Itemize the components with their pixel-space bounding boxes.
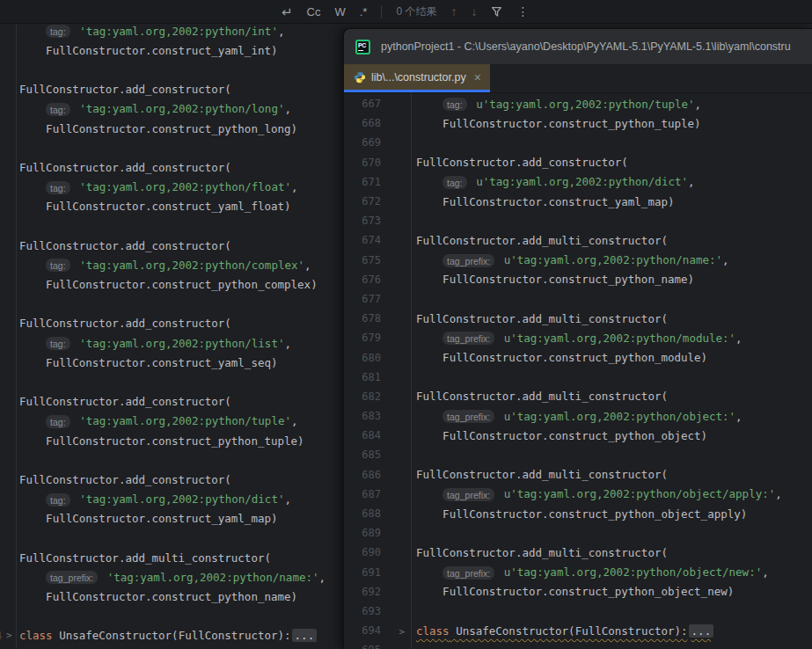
folded-region[interactable]: ... <box>292 629 318 642</box>
code-line[interactable]: 676 FullConstructor.construct_python_nam… <box>344 270 812 289</box>
code-line[interactable]: FullConstructor.add_constructor( <box>0 157 343 177</box>
editor-code-area[interactable]: 667 tag: u'tag:yaml.org,2002:python/tupl… <box>344 92 812 649</box>
inlay-hint[interactable]: tag: <box>46 415 70 428</box>
code-line[interactable]: 693 <box>344 602 812 621</box>
line-number[interactable]: 693 <box>344 605 381 617</box>
code-line[interactable]: 672 FullConstructor.construct_yaml_map) <box>344 192 812 211</box>
filter-icon[interactable] <box>491 6 502 18</box>
inlay-hint[interactable]: tag_prefix: <box>443 488 494 501</box>
code-line[interactable]: tag: 'tag:yaml.org,2002:python/complex', <box>0 255 343 274</box>
line-number[interactable]: 688 <box>344 507 381 520</box>
code-line[interactable]: tag: 'tag:yaml.org,2002:python/tuple', <box>0 412 343 431</box>
next-occurrence-icon[interactable]: ↓ <box>471 4 477 18</box>
code-line[interactable]: 671 tag: u'tag:yaml.org,2002:python/dict… <box>344 172 812 192</box>
inlay-hint[interactable]: tag: <box>46 181 70 194</box>
fold-arrow-icon[interactable]: > <box>6 630 12 641</box>
inlay-hint[interactable]: tag_prefix: <box>443 254 494 267</box>
code-line[interactable]: 691 tag_prefix: u'tag:yaml.org,2002:pyth… <box>344 563 812 582</box>
code-line[interactable] <box>0 450 343 470</box>
code-line[interactable]: 4>class UnsafeConstructor(FullConstructo… <box>0 626 343 645</box>
code-line[interactable]: 673 <box>344 211 812 230</box>
code-line[interactable]: 677 <box>344 289 812 309</box>
line-number[interactable]: 686 <box>344 469 381 481</box>
code-line[interactable]: tag: 'tag:yaml.org,2002:python/list', <box>0 333 343 353</box>
code-line[interactable]: FullConstructor.add_multi_constructor( <box>0 548 343 567</box>
tab-constructor-py[interactable]: lib\...\constructor.py × <box>344 64 490 92</box>
code-line[interactable]: FullConstructor.construct_yaml_map) <box>0 509 343 529</box>
tab-close-icon[interactable]: × <box>474 71 481 84</box>
line-number[interactable]: 678 <box>344 312 381 324</box>
line-number[interactable]: 669 <box>344 136 381 149</box>
whole-words-toggle[interactable]: W <box>334 6 345 18</box>
code-line[interactable]: tag: 'tag:yaml.org,2002:python/float', <box>0 178 343 197</box>
code-line[interactable]: FullConstructor.construct_python_name) <box>0 587 343 606</box>
line-number[interactable]: 689 <box>344 527 381 539</box>
code-line[interactable]: FullConstructor.add_constructor( <box>0 236 343 255</box>
code-line[interactable]: 682FullConstructor.add_multi_constructor… <box>344 387 812 406</box>
line-number[interactable]: 667 <box>344 98 381 110</box>
code-line[interactable]: 681 <box>344 368 812 387</box>
inlay-hint[interactable]: tag_prefix: <box>443 410 494 423</box>
code-line[interactable]: 685 <box>344 445 812 464</box>
code-line[interactable]: 684 FullConstructor.construct_python_obj… <box>344 426 812 445</box>
inlay-hint[interactable]: tag: <box>443 98 467 111</box>
code-line[interactable] <box>0 60 343 79</box>
code-line[interactable]: 675 tag_prefix: u'tag:yaml.org,2002:pyth… <box>344 251 812 270</box>
code-line[interactable]: FullConstructor.construct_yaml_int) <box>0 40 343 60</box>
newline-icon[interactable]: ↵ <box>282 5 293 18</box>
inlay-hint[interactable]: tag: <box>46 25 70 38</box>
line-number[interactable]: 685 <box>344 448 381 461</box>
code-line[interactable]: 680 FullConstructor.construct_python_mod… <box>344 347 812 367</box>
code-line[interactable]: 667 tag: u'tag:yaml.org,2002:python/tupl… <box>344 94 812 113</box>
inlay-hint[interactable]: tag_prefix: <box>46 571 98 584</box>
inlay-hint[interactable]: tag: <box>46 493 70 507</box>
previous-occurrence-icon[interactable]: ↑ <box>450 4 457 18</box>
code-line[interactable]: 679 tag_prefix: u'tag:yaml.org,2002:pyth… <box>344 328 812 347</box>
line-number[interactable]: 691 <box>344 566 381 579</box>
code-line[interactable]: 669 <box>344 133 812 152</box>
code-line[interactable]: tag_prefix: 'tag:yaml.org,2002:python/na… <box>0 567 343 587</box>
code-line[interactable]: 683 tag_prefix: u'tag:yaml.org,2002:pyth… <box>344 406 812 426</box>
code-line[interactable]: 692 FullConstructor.construct_python_obj… <box>344 582 812 602</box>
line-number[interactable]: 673 <box>344 215 381 227</box>
line-number[interactable]: 682 <box>344 390 381 403</box>
inlay-hint[interactable]: tag: <box>46 103 70 116</box>
code-line[interactable]: 678FullConstructor.add_multi_constructor… <box>344 309 812 328</box>
fold-arrow-icon[interactable]: > <box>399 626 405 638</box>
code-line[interactable]: 689 <box>344 523 812 543</box>
line-number[interactable]: 687 <box>344 488 381 500</box>
code-line[interactable] <box>0 216 343 236</box>
code-line[interactable]: FullConstructor.construct_python_complex… <box>0 274 343 294</box>
pycharm-floating-window[interactable]: PC pythonProject1 - C:\Users\ayano\Deskt… <box>343 28 812 649</box>
code-line[interactable]: tag: 'tag:yaml.org,2002:python/dict', <box>0 490 343 509</box>
line-number[interactable]: 670 <box>344 157 381 169</box>
code-line[interactable] <box>0 138 343 157</box>
window-titlebar[interactable]: PC pythonProject1 - C:\Users\ayano\Deskt… <box>344 29 812 64</box>
code-line[interactable]: FullConstructor.construct_yaml_seq) <box>0 353 343 372</box>
code-line[interactable]: 670FullConstructor.add_constructor( <box>344 153 812 172</box>
match-case-toggle[interactable]: Cc <box>307 6 321 18</box>
inlay-hint[interactable]: tag: <box>46 337 70 350</box>
folded-region[interactable]: ... <box>689 624 714 638</box>
more-options-icon[interactable]: ⋮ <box>516 5 529 18</box>
code-line[interactable]: tag: 'tag:yaml.org,2002:python/long', <box>0 99 343 119</box>
code-line[interactable]: FullConstructor.add_constructor( <box>0 470 343 489</box>
code-line[interactable]: tag: 'tag:yaml.org,2002:python/int', <box>0 23 343 40</box>
code-line[interactable]: 690FullConstructor.add_multi_constructor… <box>344 543 812 562</box>
code-line[interactable]: 687 tag_prefix: u'tag:yaml.org,2002:pyth… <box>344 485 812 504</box>
code-line[interactable]: 686FullConstructor.add_multi_constructor… <box>344 465 812 485</box>
code-line[interactable] <box>0 529 343 548</box>
line-number[interactable]: 683 <box>344 410 381 422</box>
background-editor-pane[interactable]: tag: 'tag:yaml.org,2002:python/int', Ful… <box>0 23 343 649</box>
code-line[interactable]: 674FullConstructor.add_multi_constructor… <box>344 230 812 250</box>
line-number[interactable]: 692 <box>344 586 381 598</box>
inlay-hint[interactable]: tag_prefix: <box>443 332 494 345</box>
line-number[interactable]: 675 <box>344 254 381 266</box>
line-number[interactable]: 681 <box>344 371 381 383</box>
inlay-hint[interactable]: tag_prefix: <box>443 566 494 580</box>
line-number[interactable]: 677 <box>344 293 381 305</box>
code-line[interactable]: 688 FullConstructor.construct_python_obj… <box>344 504 812 523</box>
line-number[interactable]: 671 <box>344 176 381 188</box>
code-line[interactable] <box>0 372 343 391</box>
line-number[interactable]: 672 <box>344 195 381 208</box>
